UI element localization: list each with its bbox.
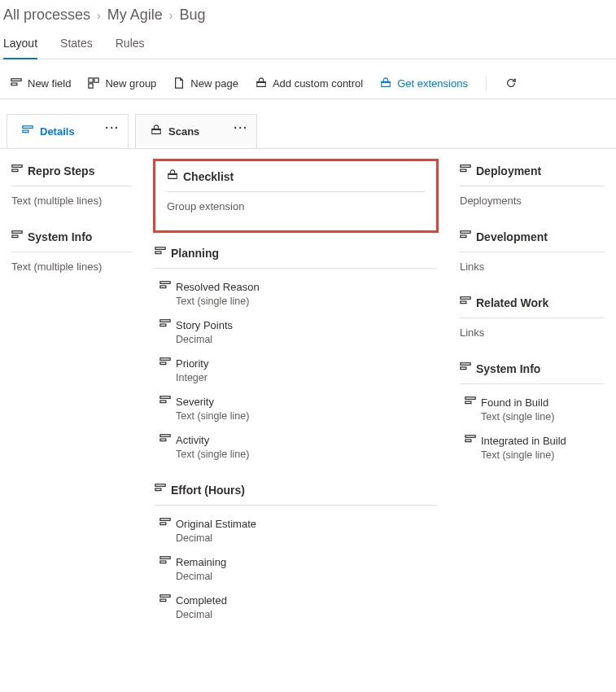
section-title: Related Work <box>476 296 548 309</box>
field-icon <box>10 77 23 90</box>
new-group-button[interactable]: New group <box>87 77 156 90</box>
section-title: Checklist <box>183 170 234 183</box>
svg-rect-1 <box>11 83 17 85</box>
page-tab-scans[interactable]: Scans ··· <box>135 114 257 148</box>
svg-rect-13 <box>12 235 18 238</box>
svg-rect-3 <box>94 78 98 82</box>
svg-rect-41 <box>461 363 470 366</box>
svg-rect-39 <box>461 297 470 300</box>
field-row[interactable]: Integrated in BuildText (single line) <box>465 434 605 461</box>
group-icon <box>87 77 100 90</box>
section-planning: Planning Resolved ReasonText (single lin… <box>155 246 437 460</box>
new-page-label: New page <box>190 77 238 90</box>
svg-rect-40 <box>461 301 466 304</box>
svg-rect-36 <box>461 169 466 172</box>
section-subtype: Group extension <box>167 200 425 212</box>
svg-rect-24 <box>160 401 166 403</box>
page-tabs: Details ··· Scans ··· <box>0 99 616 148</box>
get-extensions-button[interactable]: Get extensions <box>379 77 468 90</box>
section-title: Effort (Hours) <box>171 484 245 497</box>
tab-states[interactable]: States <box>60 32 93 59</box>
section-effort: Effort (Hours) Original EstimateDecimalR… <box>155 483 437 620</box>
page-tab-scans-menu[interactable]: ··· <box>234 121 248 134</box>
field-row[interactable]: RemainingDecimal <box>159 555 437 582</box>
page-icon <box>173 77 186 90</box>
section-title: Repro Steps <box>28 164 94 177</box>
field-name: Completed <box>176 594 227 607</box>
svg-rect-42 <box>461 367 466 370</box>
section-related-work[interactable]: Related Work Links <box>460 296 605 339</box>
extension-icon <box>167 169 178 183</box>
new-group-label: New group <box>105 77 156 90</box>
breadcrumb-workitem[interactable]: Bug <box>179 7 205 24</box>
column-right: Deployment Deployments Development Links… <box>448 149 616 643</box>
breadcrumb: All processes › My Agile › Bug <box>0 0 616 32</box>
details-icon <box>22 125 33 138</box>
section-deployment[interactable]: Deployment Deployments <box>460 164 605 207</box>
toolbar-separator <box>486 76 487 90</box>
field-type: Decimal <box>176 571 437 582</box>
svg-rect-37 <box>461 231 470 234</box>
field-row[interactable]: Found in BuildText (single line) <box>465 396 605 423</box>
svg-rect-2 <box>89 78 93 82</box>
new-field-button[interactable]: New field <box>10 77 71 90</box>
chevron-right-icon: › <box>97 9 101 22</box>
refresh-button[interactable] <box>505 77 518 90</box>
tab-rules[interactable]: Rules <box>116 32 145 59</box>
group-handle-icon <box>460 164 471 177</box>
svg-rect-30 <box>160 523 166 525</box>
add-custom-control-label: Add custom control <box>273 77 363 90</box>
top-tabs: Layout States Rules <box>0 32 616 59</box>
svg-rect-43 <box>465 397 475 400</box>
field-icon <box>159 517 171 531</box>
toolbar: New field New group New page Add custom … <box>0 76 616 99</box>
field-icon <box>159 593 171 607</box>
field-row[interactable]: Story PointsDecimal <box>159 318 437 345</box>
shopping-bag-icon <box>379 77 392 90</box>
section-effort-header[interactable]: Effort (Hours) <box>155 483 437 506</box>
svg-rect-29 <box>160 519 170 521</box>
section-title: Planning <box>171 247 219 260</box>
svg-rect-15 <box>155 247 165 250</box>
field-type: Text (single line) <box>481 449 605 461</box>
svg-rect-20 <box>160 324 166 326</box>
section-system-info-left[interactable]: System Info Text (multiple lines) <box>11 230 132 273</box>
section-planning-header[interactable]: Planning <box>155 246 437 269</box>
field-icon <box>159 555 171 569</box>
new-field-label: New field <box>28 77 71 90</box>
section-subtype: Text (multiple lines) <box>11 261 132 273</box>
field-row[interactable]: ActivityText (single line) <box>159 433 437 460</box>
section-title: Deployment <box>476 164 541 177</box>
field-row[interactable]: SeverityText (single line) <box>159 395 437 422</box>
section-repro-steps[interactable]: Repro Steps Text (multiple lines) <box>11 164 132 207</box>
toolbox-icon <box>255 77 268 90</box>
svg-rect-33 <box>160 595 170 598</box>
svg-rect-23 <box>160 396 170 399</box>
field-icon <box>465 396 476 410</box>
column-center: Checklist Group extension Planning Resol… <box>143 149 448 643</box>
svg-rect-46 <box>465 440 471 442</box>
field-row[interactable]: Resolved ReasonText (single line) <box>159 280 437 307</box>
field-icon <box>159 280 171 294</box>
section-title: System Info <box>28 230 92 243</box>
svg-rect-22 <box>160 362 166 365</box>
breadcrumb-process[interactable]: My Agile <box>107 7 163 24</box>
group-handle-icon <box>460 296 471 309</box>
tab-layout[interactable]: Layout <box>3 32 37 59</box>
section-subtype: Deployments <box>460 195 605 207</box>
field-name: Severity <box>176 396 214 408</box>
section-system-info-header[interactable]: System Info <box>460 361 605 384</box>
field-row[interactable]: CompletedDecimal <box>159 593 437 620</box>
breadcrumb-root[interactable]: All processes <box>3 7 90 24</box>
page-tab-scans-label: Scans <box>168 125 199 138</box>
add-custom-control-button[interactable]: Add custom control <box>255 77 363 90</box>
section-checklist[interactable]: Checklist <box>167 169 425 192</box>
field-row[interactable]: Original EstimateDecimal <box>159 517 437 544</box>
page-tab-details-menu[interactable]: ··· <box>105 121 120 134</box>
svg-rect-8 <box>23 130 28 133</box>
field-row[interactable]: PriorityInteger <box>159 357 437 383</box>
page-tab-details[interactable]: Details ··· <box>7 114 129 148</box>
section-development[interactable]: Development Links <box>460 230 605 273</box>
new-page-button[interactable]: New page <box>173 77 238 90</box>
svg-rect-25 <box>160 435 170 437</box>
